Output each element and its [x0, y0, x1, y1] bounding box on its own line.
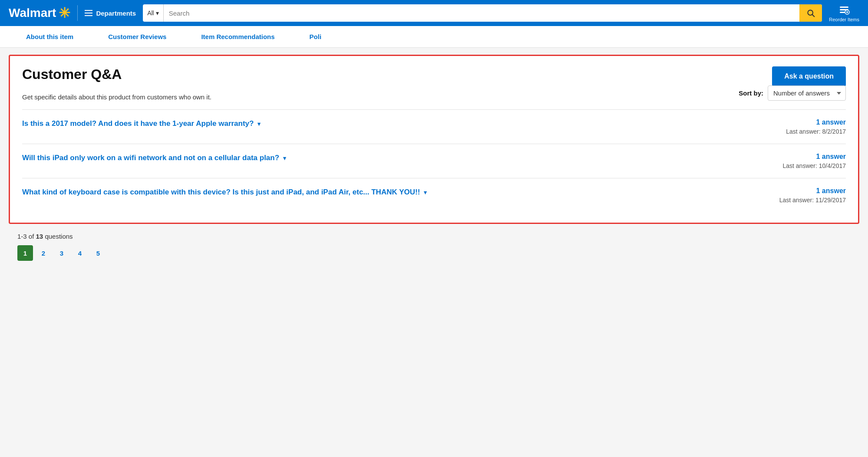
qa-section: Customer Q&A Ask a question Get specific…: [9, 55, 859, 224]
departments-label: Departments: [96, 10, 136, 17]
page-2-button[interactable]: 2: [36, 245, 51, 261]
answer-date: Last answer: 10/4/2017: [768, 162, 846, 169]
question-text[interactable]: Is this a 2017 model? And does it have t…: [22, 118, 261, 129]
question-chevron-icon: ▾: [424, 189, 427, 196]
search-category-button[interactable]: All ▾: [143, 4, 164, 22]
answer-count: 1 answer: [768, 187, 846, 195]
question-chevron-icon: ▾: [283, 155, 286, 161]
walmart-wordmark: Walmart: [9, 6, 56, 20]
answer-info: 1 answer Last answer: 8/2/2017: [768, 118, 846, 135]
search-button[interactable]: [799, 4, 822, 22]
question-item: Is this a 2017 model? And does it have t…: [22, 109, 846, 144]
main-content: Customer Q&A Ask a question Get specific…: [0, 48, 868, 272]
walmart-logo[interactable]: Walmart ✳: [9, 5, 70, 21]
svg-rect-2: [840, 7, 848, 8]
answer-info: 1 answer Last answer: 11/29/2017: [768, 187, 846, 204]
qa-header: Customer Q&A Ask a question: [22, 66, 846, 86]
sort-row: Sort by: Number of answers Most recent M…: [739, 85, 846, 101]
hamburger-icon: [85, 10, 92, 16]
question-item: What kind of keyboard case is compatible…: [22, 178, 846, 212]
answer-count: 1 answer: [768, 118, 846, 126]
qa-subtitle: Get specific details about this product …: [22, 93, 211, 101]
questions-list: Is this a 2017 model? And does it have t…: [22, 109, 846, 212]
header-divider: [77, 5, 78, 21]
reorder-label: Reorder Items: [829, 17, 859, 22]
reorder-icon: [838, 4, 850, 16]
sub-navigation: About this item Customer Reviews Item Re…: [0, 26, 868, 48]
question-text[interactable]: Will this iPad only work on a wifi netwo…: [22, 153, 286, 163]
reorder-items-button[interactable]: Reorder Items: [829, 4, 859, 22]
page-count: 1-3 of 13 questions: [17, 233, 851, 240]
departments-button[interactable]: Departments: [85, 10, 136, 17]
page-3-button[interactable]: 3: [54, 245, 69, 261]
spark-icon: ✳: [59, 5, 70, 21]
sort-label: Sort by:: [739, 89, 763, 97]
search-category-label: All: [147, 10, 154, 16]
question-item: Will this iPad only work on a wifi netwo…: [22, 144, 846, 178]
sort-select[interactable]: Number of answers Most recent Most helpf…: [768, 85, 846, 101]
search-icon: [806, 9, 815, 17]
answer-count: 1 answer: [768, 153, 846, 161]
header: Walmart ✳ Departments All ▾ R: [0, 0, 868, 26]
answer-date: Last answer: 11/29/2017: [768, 197, 846, 204]
pagination-section: 1-3 of 13 questions 1 2 3 4 5: [9, 224, 859, 265]
category-chevron-icon: ▾: [156, 10, 159, 16]
answer-date: Last answer: 8/2/2017: [768, 128, 846, 135]
pagination: 1 2 3 4 5: [17, 245, 851, 261]
search-input[interactable]: [164, 4, 800, 22]
question-text[interactable]: What kind of keyboard case is compatible…: [22, 187, 427, 197]
qa-title: Customer Q&A: [22, 66, 122, 82]
page-1-button[interactable]: 1: [17, 245, 33, 261]
page-5-button[interactable]: 5: [90, 245, 106, 261]
search-bar: All ▾: [143, 4, 822, 22]
total-questions: 13: [36, 233, 43, 240]
svg-line-1: [812, 15, 815, 17]
subnav-recommendations[interactable]: Item Recommendations: [184, 26, 292, 47]
page-4-button[interactable]: 4: [72, 245, 88, 261]
subnav-reviews[interactable]: Customer Reviews: [91, 26, 184, 47]
ask-question-button[interactable]: Ask a question: [772, 66, 846, 86]
subnav-policy[interactable]: Poli: [292, 26, 339, 47]
subnav-about[interactable]: About this item: [9, 26, 91, 47]
question-chevron-icon: ▾: [257, 121, 261, 127]
answer-info: 1 answer Last answer: 10/4/2017: [768, 153, 846, 169]
